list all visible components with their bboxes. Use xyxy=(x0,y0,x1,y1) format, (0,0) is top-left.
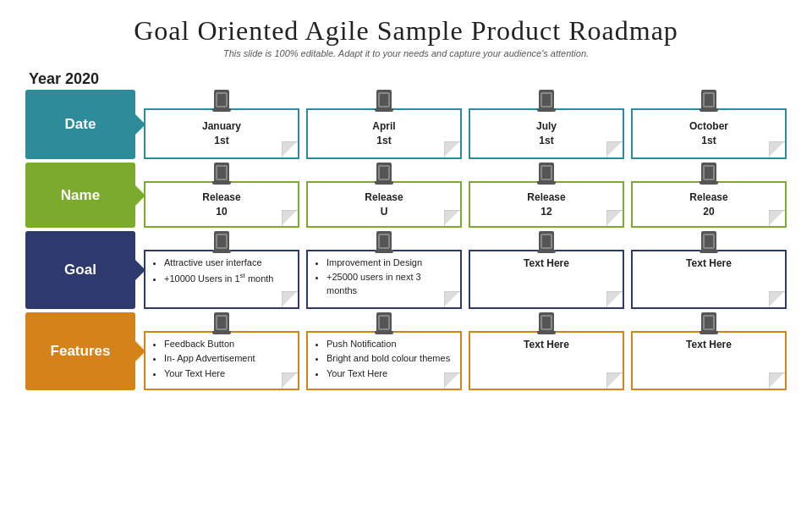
card-body-features-1: Feedback Button In- App Advertisement Yo… xyxy=(144,331,299,390)
clip-g1 xyxy=(214,231,229,250)
date-text-4: October1st xyxy=(689,119,728,148)
goal-row: Goal Attractive user interface +10000 Us… xyxy=(25,231,787,309)
clip-1 xyxy=(214,90,229,108)
card-body-features-4: Text Here xyxy=(631,331,787,390)
goal-text-4: Text Here xyxy=(639,256,778,271)
page-title: Goal Oriented Agile Sample Product Roadm… xyxy=(25,15,787,47)
name-cards: Release10 ReleaseU Release12 xyxy=(144,163,787,228)
page-subtitle: This slide is 100% editable. Adapt it to… xyxy=(25,48,787,58)
slide: Goal Oriented Agile Sample Product Roadm… xyxy=(0,0,812,524)
card-body-date-1: January1st xyxy=(144,108,299,159)
card-body-goal-1: Attractive user interface +10000 Users i… xyxy=(144,250,299,309)
date-text-2: April1st xyxy=(372,119,395,148)
date-card-2: April1st xyxy=(306,90,462,159)
goal-card-4: Text Here xyxy=(631,231,787,309)
clip-g4 xyxy=(701,231,716,250)
name-card-3: Release12 xyxy=(469,163,624,228)
goal-text-3: Text Here xyxy=(477,256,616,271)
date-card-1: January1st xyxy=(144,90,299,159)
goal-card-2: Improvement in Design +25000 users in ne… xyxy=(306,231,462,309)
date-text-1: January1st xyxy=(202,119,241,148)
clip-f3 xyxy=(539,312,554,331)
features-text-2: Push Notification Bright and bold colour… xyxy=(315,338,453,380)
features-row: Features Feedback Button In- App Adverti… xyxy=(25,312,787,390)
date-card-4: October1st xyxy=(631,90,787,159)
features-text-4: Text Here xyxy=(639,338,778,352)
name-card-2: ReleaseU xyxy=(306,163,462,228)
clip-f4 xyxy=(701,312,716,331)
name-text-3: Release12 xyxy=(527,190,565,219)
card-body-name-2: ReleaseU xyxy=(306,181,462,228)
goal-text-1: Attractive user interface +10000 Users i… xyxy=(152,256,291,285)
goal-card-3: Text Here xyxy=(469,231,624,309)
clip-4 xyxy=(701,90,716,108)
name-card-1: Release10 xyxy=(144,163,299,228)
card-body-name-4: Release20 xyxy=(631,181,787,228)
name-text-4: Release20 xyxy=(689,190,727,219)
year-label: Year 2020 xyxy=(29,70,787,88)
clip-f1 xyxy=(214,312,229,331)
card-body-date-2: April1st xyxy=(306,108,462,159)
clip-g2 xyxy=(376,231,392,250)
card-body-name-1: Release10 xyxy=(144,181,299,228)
features-cards: Feedback Button In- App Advertisement Yo… xyxy=(144,312,787,390)
goal-label: Goal xyxy=(25,231,135,309)
date-cards: January1st April1st July1st xyxy=(144,90,787,159)
card-body-name-3: Release12 xyxy=(469,181,624,228)
features-text-1: Feedback Button In- App Advertisement Yo… xyxy=(152,338,291,380)
card-body-goal-2: Improvement in Design +25000 users in ne… xyxy=(306,250,462,309)
features-card-4: Text Here xyxy=(631,312,787,390)
goal-text-2: Improvement in Design +25000 users in ne… xyxy=(315,256,453,297)
features-card-1: Feedback Button In- App Advertisement Yo… xyxy=(144,312,299,390)
date-text-3: July1st xyxy=(536,119,557,148)
date-row: Date January1st April1st xyxy=(25,90,787,159)
clip-2 xyxy=(376,90,392,108)
date-label: Date xyxy=(25,90,135,159)
name-row: Name Release10 ReleaseU xyxy=(25,163,787,228)
features-text-3: Text Here xyxy=(477,338,616,352)
clip-n3 xyxy=(539,163,554,181)
name-label: Name xyxy=(25,163,135,228)
card-body-features-3: Text Here xyxy=(469,331,624,390)
card-body-features-2: Push Notification Bright and bold colour… xyxy=(306,331,462,390)
card-body-date-4: October1st xyxy=(631,108,787,159)
clip-n1 xyxy=(214,163,229,181)
name-text-1: Release10 xyxy=(202,190,240,219)
features-card-3: Text Here xyxy=(469,312,624,390)
card-body-goal-3: Text Here xyxy=(469,250,624,309)
goal-cards: Attractive user interface +10000 Users i… xyxy=(144,231,787,309)
clip-3 xyxy=(539,90,554,108)
grid-container: Date January1st April1st xyxy=(25,90,787,394)
name-text-2: ReleaseU xyxy=(365,190,403,219)
features-card-2: Push Notification Bright and bold colour… xyxy=(306,312,462,390)
clip-f2 xyxy=(376,312,392,331)
clip-n4 xyxy=(701,163,716,181)
clip-g3 xyxy=(539,231,554,250)
card-body-goal-4: Text Here xyxy=(631,250,787,309)
clip-n2 xyxy=(376,163,392,181)
card-body-date-3: July1st xyxy=(469,108,624,159)
features-label: Features xyxy=(25,312,135,390)
name-card-4: Release20 xyxy=(631,163,787,228)
date-card-3: July1st xyxy=(469,90,624,159)
goal-card-1: Attractive user interface +10000 Users i… xyxy=(144,231,299,309)
